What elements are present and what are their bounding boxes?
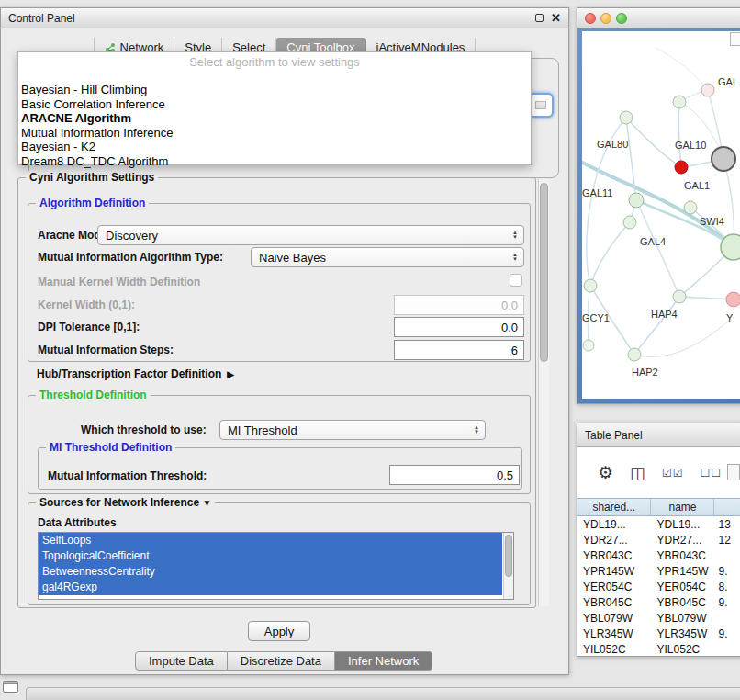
network-canvas[interactable]: GAL GAL80 GAL10 GAL11 GAL1 SWI4 GAL4 GCY… <box>582 31 740 399</box>
dropdown-item[interactable]: Bayesian - Hill Climbing <box>18 83 531 97</box>
column-header-shared-name[interactable]: shared... <box>577 499 651 515</box>
group-title: Algorithm Definition <box>36 197 149 209</box>
node[interactable] <box>623 216 636 229</box>
mi-threshold-label: Mutual Information Threshold: <box>48 469 207 482</box>
sources-title: Sources for Network Inference ▼ <box>36 496 215 509</box>
window-title: Table Panel <box>585 429 643 442</box>
node-label: GAL80 <box>597 139 628 150</box>
mi-threshold-field[interactable]: 0.5 <box>389 465 520 485</box>
network-node-labels: GAL GAL80 GAL10 GAL11 GAL1 SWI4 GAL4 GCY… <box>582 76 738 378</box>
dropdown-item[interactable]: Bayesian - K2 <box>18 140 531 154</box>
node-label: GAL11 <box>582 187 612 198</box>
mi-type-select[interactable]: Naive Bayes ▲▼ <box>251 247 524 267</box>
table-row[interactable]: YBR043CYBR043C <box>577 548 740 563</box>
table-row[interactable]: YIL052CYIL052C <box>577 641 740 657</box>
table-row[interactable]: YBL079WYBL079W <box>577 610 740 626</box>
minimize-button[interactable] <box>600 13 611 24</box>
manual-kernel-width-checkbox[interactable] <box>510 274 522 287</box>
node[interactable] <box>721 234 740 260</box>
apply-button[interactable]: Apply <box>248 621 310 641</box>
node-label: GAL10 <box>675 140 706 151</box>
node-label: SWI4 <box>700 216 724 227</box>
hub-definition-expander[interactable]: Hub/Transcription Factor Definition ▶ <box>37 367 234 380</box>
node-selected[interactable] <box>675 161 688 174</box>
dropdown-placeholder: Select algorithm to view settings <box>18 54 531 71</box>
group-title: Cyni Algorithm Settings <box>26 171 158 184</box>
list-scrollbar[interactable] <box>503 533 513 599</box>
cyni-algorithm-settings-group: Cyni Algorithm Settings Algorithm Defini… <box>17 177 536 608</box>
settings-scrollbar[interactable] <box>538 179 549 606</box>
table-row[interactable]: YDR27...YDR27...12 <box>577 532 740 548</box>
node[interactable] <box>726 292 740 307</box>
cyni-bottom-tabs: Impute Data Discretize Data Infer Networ… <box>135 651 432 671</box>
manual-kernel-width-label: Manual Kernel Width Definition <box>38 276 200 288</box>
aracne-mode-select[interactable]: Discovery ▲▼ <box>97 225 524 245</box>
table-header: shared... name <box>577 498 740 516</box>
dropdown-item-selected[interactable]: ARACNE Algorithm <box>18 111 531 126</box>
which-threshold-select[interactable]: MI Threshold ▲▼ <box>219 420 486 440</box>
node[interactable] <box>701 84 714 96</box>
float-window-icon[interactable] <box>535 14 544 22</box>
expand-arrow-icon: ▶ <box>227 369 234 379</box>
scrollbar-thumb[interactable] <box>505 535 512 577</box>
node-label: Y <box>726 312 734 323</box>
threshold-definition-group: Threshold Definition Which threshold to … <box>28 395 531 494</box>
dpi-tolerance-field[interactable]: 0.0 <box>394 317 524 337</box>
group-title: Threshold Definition <box>36 389 151 401</box>
node[interactable] <box>584 279 597 292</box>
close-icon[interactable]: ✕ <box>551 12 561 24</box>
table-row[interactable]: YBR045CYBR045C9. <box>577 594 740 610</box>
list-item[interactable]: TopologicalCoefficient <box>39 548 502 564</box>
scrollbar-thumb[interactable] <box>540 183 548 362</box>
mi-steps-field[interactable]: 6 <box>394 340 524 360</box>
table-row[interactable]: YLR345WYLR345W9. <box>577 626 740 641</box>
column-header-name[interactable]: name <box>651 499 714 515</box>
dropdown-item[interactable]: Basic Correlation Inference <box>18 97 531 112</box>
status-bar <box>26 687 740 700</box>
node[interactable] <box>673 96 686 108</box>
zoom-button[interactable] <box>616 13 627 24</box>
columns-icon[interactable]: ◫ <box>630 463 645 483</box>
table-row[interactable]: YPR145WYPR145W9. <box>577 563 740 579</box>
select-all-icon[interactable]: ☑☑ <box>662 467 684 480</box>
sources-group: Sources for Network Inference ▼ Data Att… <box>28 502 531 605</box>
dropdown-item[interactable]: Dream8 DC_TDC Algorithm <box>18 154 531 169</box>
table-row[interactable]: YER054CYER054C8. <box>577 579 740 594</box>
node[interactable] <box>673 290 686 303</box>
gear-icon[interactable]: ⚙ <box>598 462 613 483</box>
tab-discretize-data[interactable]: Discretize Data <box>228 651 335 671</box>
network-frame: GAL GAL80 GAL10 GAL11 GAL1 SWI4 GAL4 GCY… <box>577 28 740 403</box>
collapse-arrow-icon[interactable]: ▼ <box>202 498 211 508</box>
node[interactable] <box>628 348 641 361</box>
node[interactable] <box>712 147 735 171</box>
combo-arrows-icon: ▲▼ <box>512 231 518 240</box>
column-header-extra[interactable] <box>714 499 740 515</box>
node-label: GAL1 <box>684 180 710 191</box>
dpi-tolerance-label: DPI Tolerance [0,1]: <box>38 321 140 333</box>
canvas-scrollbar-corner[interactable] <box>730 32 740 46</box>
node[interactable] <box>684 201 697 214</box>
restore-panel-icon[interactable] <box>3 681 18 693</box>
algorithm-dropdown-popup: Select algorithm to view settings Bayesi… <box>17 51 532 165</box>
tab-infer-network[interactable]: Infer Network <box>335 651 432 671</box>
list-item[interactable]: gal4RGexp <box>39 580 502 595</box>
algorithm-options-button[interactable] <box>528 93 554 118</box>
node[interactable] <box>583 340 594 351</box>
toolbar-side-button[interactable] <box>727 464 740 480</box>
hub-definition-label: Hub/Transcription Factor Definition <box>37 367 221 380</box>
kernel-width-field[interactable]: 0.0 <box>394 295 524 315</box>
node[interactable] <box>620 111 633 124</box>
control-panel-titlebar: Control Panel ✕ <box>1 8 568 28</box>
tab-impute-data[interactable]: Impute Data <box>135 651 228 671</box>
list-item[interactable]: BetweennessCentrality <box>39 564 502 580</box>
close-button[interactable] <box>585 13 596 24</box>
node-label: GAL <box>718 76 738 87</box>
dropdown-item[interactable]: Mutual Information Inference <box>18 126 531 141</box>
node[interactable] <box>629 193 644 208</box>
which-threshold-label: Which threshold to use: <box>81 423 207 436</box>
mi-type-label: Mutual Information Algorithm Type: <box>38 251 223 264</box>
list-item[interactable]: SelfLoops <box>39 533 502 548</box>
button-icon <box>535 101 546 109</box>
deselect-all-icon[interactable]: ☐☐ <box>701 467 723 480</box>
table-row[interactable]: YDL19...YDL19...13 <box>577 516 740 532</box>
